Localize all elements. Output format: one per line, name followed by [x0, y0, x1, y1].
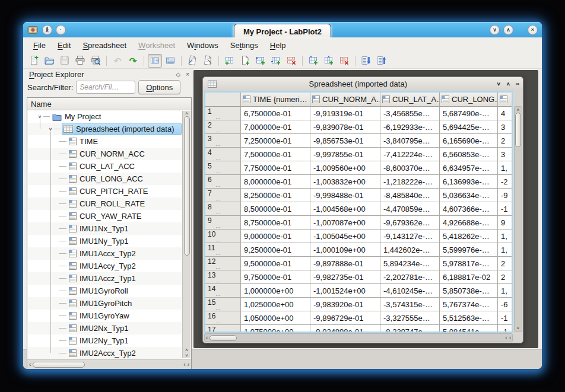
spreadsheet-cell[interactable]: 1, — [498, 284, 513, 298]
tree-name-header[interactable]: Name — [27, 98, 191, 110]
spreadsheet-cell[interactable]: 8,500000e-01 — [241, 202, 310, 216]
new-worksheet-button[interactable] — [238, 54, 252, 68]
spreadsheet-cell[interactable]: -6 — [498, 298, 513, 311]
scroll-up-icon[interactable]: ∧ — [185, 348, 189, 352]
tree-hscroll-thumb[interactable] — [33, 362, 85, 368]
spreadsheet-hscroll-thumb[interactable] — [210, 335, 237, 341]
new-spreadsheet-button[interactable] — [223, 54, 237, 68]
spreadsheet-cell[interactable]: -3,456855e… — [380, 107, 440, 120]
spreadsheet-cell[interactable]: 5,694425e-… — [440, 120, 498, 134]
child-minimize-icon[interactable]: ∨ — [497, 81, 501, 87]
scroll-left-icon[interactable]: ‹ — [206, 335, 208, 341]
row-header[interactable]: 11… — [205, 243, 241, 257]
spreadsheet-cell[interactable]: -9 — [498, 189, 513, 202]
spreadsheet-cell[interactable]: 1,075000e+00 — [241, 325, 310, 333]
row-header[interactable]: 13… — [205, 270, 241, 284]
spreadsheet-horizontal-scrollbar[interactable]: ‹ ‹ › — [204, 333, 513, 342]
sort-ascending-button[interactable] — [374, 54, 389, 68]
scroll-right-icon[interactable]: › — [188, 362, 189, 368]
insert-row-above-button[interactable] — [253, 54, 268, 68]
column-header[interactable]: CUR_LAT_A… — [380, 93, 440, 107]
row-header[interactable]: 15… — [205, 298, 241, 311]
menu-help[interactable]: Help — [265, 39, 291, 52]
spreadsheet-cell[interactable]: -1,000109e+00 — [310, 243, 380, 257]
spreadsheet-cell[interactable]: 7,500000e-01 — [241, 148, 310, 161]
menu-settings[interactable]: Settings — [225, 39, 264, 52]
expander-icon[interactable]: ∨ — [37, 114, 43, 119]
spreadsheet-cell[interactable]: 1, — [498, 243, 513, 257]
column-header[interactable] — [498, 93, 513, 107]
spreadsheet-vertical-scrollbar[interactable]: ∧ ∨ — [514, 106, 522, 332]
spreadsheet-cell[interactable]: -9,896729e-01 — [310, 311, 380, 325]
row-header[interactable]: 2… — [205, 120, 241, 134]
spreadsheet-cell[interactable]: -2 — [498, 175, 513, 189]
spreadsheet-cell[interactable]: -1,005045e+00 — [310, 230, 380, 243]
spreadsheet-cell[interactable]: -4,610245e-… — [380, 284, 440, 298]
spreadsheet-cell[interactable]: 1,025000e+00 — [241, 298, 310, 311]
menu-windows[interactable]: Windows — [182, 39, 224, 52]
spreadsheet-cell[interactable]: -6,192933e-… — [380, 120, 440, 134]
spreadsheet-cell[interactable]: -8,239747e… — [380, 325, 440, 333]
spreadsheet-cell[interactable]: 4 — [498, 107, 513, 120]
row-header[interactable]: 12… — [205, 257, 241, 270]
spreadsheet-cell[interactable]: 5,084541e-… — [440, 325, 498, 333]
spreadsheet-cell[interactable]: -9,856753e-01 — [310, 134, 380, 148]
row-header[interactable]: 7… — [205, 189, 241, 202]
print-button[interactable] — [73, 54, 87, 68]
spreadsheet-cell[interactable]: -8,600370e… — [380, 161, 440, 175]
spreadsheet-cell[interactable]: -9,983920e-01 — [310, 298, 380, 311]
spreadsheet-cell[interactable]: 6,634957e-… — [440, 161, 498, 175]
row-header[interactable]: 6… — [205, 175, 241, 189]
spreadsheet-cell[interactable]: 1,442602e-… — [380, 243, 440, 257]
scroll-down-icon[interactable]: ∨ — [516, 326, 520, 330]
new-project-button[interactable] — [27, 54, 41, 68]
options-button[interactable]: Options — [138, 80, 180, 94]
spreadsheet-cell[interactable]: 5,978817e-… — [440, 257, 498, 270]
spreadsheet-vscroll-thumb[interactable] — [515, 113, 521, 147]
spreadsheet-cell[interactable]: 5,418262e-… — [440, 230, 498, 243]
spreadsheet-cell[interactable]: -1,003832e+00 — [310, 175, 380, 189]
spreadsheet-cell[interactable]: 8,250000e-01 — [241, 189, 310, 202]
spreadsheet-cell[interactable]: -1,007087e+00 — [310, 216, 380, 230]
titlebar[interactable]: ∧∧ · My Project - LabPlot2 ∨ ∧ × — [23, 22, 542, 37]
spreadsheet-cell[interactable]: 9,250000e-01 — [241, 243, 310, 257]
spreadsheet-cell[interactable]: 9,750000e-01 — [241, 270, 310, 284]
spreadsheet-cell[interactable]: 5,687490e-… — [440, 107, 498, 120]
row-header[interactable]: 5… — [205, 161, 241, 175]
child-maximize-icon[interactable]: ∧ — [506, 81, 510, 87]
spreadsheet-cell[interactable]: 2 — [498, 270, 513, 284]
spreadsheet-cell[interactable]: -9,998488e-01 — [310, 189, 380, 202]
tree-vscroll-thumb[interactable] — [184, 116, 190, 256]
tree-horizontal-scrollbar[interactable]: ‹ ‹ › — [27, 359, 191, 369]
row-header[interactable]: 8… — [205, 202, 241, 216]
scroll-right-icon[interactable]: › — [509, 335, 511, 341]
import-data-button[interactable] — [185, 54, 199, 68]
grid-corner-cell[interactable] — [205, 93, 241, 107]
spreadsheet-cell[interactable]: 7,000000e-01 — [241, 120, 310, 134]
row-header[interactable]: 3… — [205, 134, 241, 148]
spreadsheet-cell[interactable]: 7,750000e-01 — [241, 161, 310, 175]
insert-row-below-button[interactable] — [269, 54, 283, 68]
scroll-down-icon[interactable]: ∨ — [185, 353, 189, 358]
sort-descending-button[interactable] — [359, 54, 373, 68]
spreadsheet-cell[interactable]: 5,599976e-… — [440, 243, 498, 257]
column-header[interactable]: CUR_LONG… — [440, 93, 498, 107]
spreadsheet-cell[interactable]: 9,500000e-01 — [241, 257, 310, 270]
spreadsheet-cell[interactable]: 7,250000e-01 — [241, 134, 310, 148]
dock-titlebar[interactable]: Project Explorer ◇ × — [27, 70, 192, 79]
spreadsheet-cell[interactable]: -9,897888e-01 — [310, 257, 380, 270]
spreadsheet-cell[interactable]: -9,143127e-… — [380, 230, 440, 243]
spreadsheet-cell[interactable]: 1, — [498, 230, 513, 243]
open-project-button[interactable] — [42, 54, 56, 68]
row-header[interactable]: 17… — [205, 325, 241, 333]
insert-column-right-button[interactable] — [322, 54, 336, 68]
toggle-project-explorer-button[interactable] — [148, 54, 162, 68]
export-data-button[interactable] — [201, 54, 215, 68]
spreadsheet-cell[interactable]: 1,000000e+00 — [241, 284, 310, 298]
spreadsheet-cell[interactable]: -3,327555e… — [380, 311, 440, 325]
redo-button[interactable]: ↷ — [126, 54, 140, 68]
spreadsheet-cell[interactable]: 5,894234e-… — [380, 257, 440, 270]
print-preview-button[interactable] — [88, 54, 103, 68]
spreadsheet-cell[interactable]: -3,840795e… — [380, 134, 440, 148]
scroll-left-icon[interactable]: ‹ — [505, 335, 507, 341]
